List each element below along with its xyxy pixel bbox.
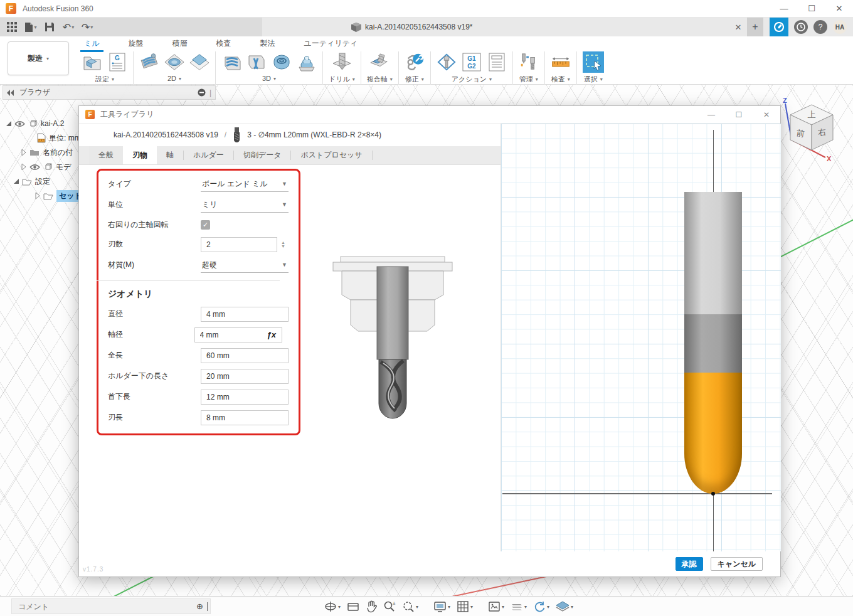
measure-icon[interactable] xyxy=(551,52,571,72)
undo-button[interactable]: ↶▾ xyxy=(60,19,77,35)
eye-icon[interactable] xyxy=(14,120,25,127)
comment-input[interactable] xyxy=(12,602,196,611)
tab-utilities[interactable]: ユーティリティ xyxy=(300,37,362,50)
tab-close-icon[interactable]: ✕ xyxy=(729,23,747,32)
minimize-icon[interactable]: — xyxy=(770,0,798,17)
2d-pocket-icon[interactable] xyxy=(164,52,184,72)
group-select-label[interactable]: 選択▾ xyxy=(584,75,603,84)
user-avatar[interactable]: HA xyxy=(833,20,847,34)
collapsed-arrow-icon[interactable] xyxy=(21,149,26,156)
viewports-button[interactable]: ▾ xyxy=(487,601,506,612)
tree-item-setup[interactable]: セット xyxy=(35,189,85,202)
dialog-titlebar[interactable]: F 工具ライブラリ — ☐ ✕ xyxy=(79,106,780,124)
orbit-button[interactable]: ▾ xyxy=(323,600,342,613)
file-menu-button[interactable]: ▾ xyxy=(23,19,39,35)
3d-adaptive-icon[interactable] xyxy=(221,52,241,72)
dialog-3d-viewport[interactable]: 1 mm xyxy=(501,124,781,551)
drill-icon[interactable] xyxy=(332,52,352,72)
material-dropdown[interactable]: 超硬▼ xyxy=(201,258,289,273)
add-comment-icon[interactable]: ⊕ xyxy=(196,602,203,611)
new-tab-button[interactable]: + xyxy=(747,18,763,36)
fx-expression-icon[interactable]: ƒx xyxy=(267,330,276,339)
save-button[interactable] xyxy=(41,19,58,35)
redo-button[interactable]: ↷▾ xyxy=(79,19,95,35)
3d-pocket-icon[interactable] xyxy=(246,52,267,72)
group-modify-label[interactable]: 修正▾ xyxy=(405,75,424,84)
document-tab[interactable]: kai-A.20140205162443508 v19* xyxy=(351,18,472,36)
pan-button[interactable] xyxy=(364,600,378,613)
group-manage-label[interactable]: 管理▾ xyxy=(519,75,538,84)
eye-icon[interactable] xyxy=(29,164,40,171)
tab-turning[interactable]: 旋盤 xyxy=(125,37,147,50)
window-zoom-button[interactable]: ▾ xyxy=(401,600,420,613)
tab-general[interactable]: 全般 xyxy=(89,146,123,164)
tab-additive[interactable]: 積層 xyxy=(169,37,191,50)
tree-item-named-views[interactable]: 名前の付 xyxy=(21,146,73,159)
setup-sheet-icon[interactable] xyxy=(487,52,507,72)
remove-filter-icon[interactable] xyxy=(198,88,206,97)
group-3d-label[interactable]: 3D▾ xyxy=(262,75,276,82)
group-inspect-label[interactable]: 検査▾ xyxy=(551,75,570,84)
dialog-maximize-icon[interactable]: ☐ xyxy=(725,107,753,123)
appearance-button[interactable]: ▾ xyxy=(554,601,575,612)
zoom-button[interactable]: ± xyxy=(382,600,397,613)
tab-inspection[interactable]: 検査 xyxy=(213,37,235,50)
tab-holder[interactable]: ホルダー xyxy=(184,146,233,164)
dialog-minimize-icon[interactable]: — xyxy=(697,107,725,123)
collapse-panel-icon[interactable] xyxy=(7,90,14,96)
length-below-holder-input[interactable] xyxy=(201,369,289,384)
group-drill-label[interactable]: ドリル▾ xyxy=(329,75,355,84)
tool-library-icon[interactable] xyxy=(519,52,539,72)
3d-scallop-icon[interactable] xyxy=(272,52,292,72)
job-status-button[interactable] xyxy=(770,18,788,36)
panel-grip-icon[interactable]: | xyxy=(209,88,211,97)
modify-icon[interactable] xyxy=(405,52,425,72)
shoulder-length-input[interactable] xyxy=(201,390,289,405)
group-actions-label[interactable]: アクション▾ xyxy=(452,75,492,84)
flute-length-input[interactable] xyxy=(201,410,289,425)
group-setup-label[interactable]: 設定▾ xyxy=(95,75,114,84)
group-multiaxis-label[interactable]: 複合軸▾ xyxy=(367,75,393,84)
dialog-close-icon[interactable]: ✕ xyxy=(753,107,780,123)
cancel-button[interactable]: キャンセル xyxy=(711,557,763,571)
app-grid-icon[interactable] xyxy=(4,19,20,35)
select-tool-button[interactable] xyxy=(583,51,604,73)
grid-snaps-button[interactable]: ▾ xyxy=(455,600,474,613)
unit-dropdown[interactable]: ミリ▼ xyxy=(201,198,289,213)
close-icon[interactable]: ✕ xyxy=(825,0,853,17)
help-button[interactable]: ? xyxy=(813,20,827,34)
expanded-arrow-icon[interactable] xyxy=(14,179,19,184)
clockwise-spindle-checkbox[interactable]: ✓ xyxy=(201,220,210,230)
look-at-button[interactable] xyxy=(346,601,361,612)
collapsed-arrow-icon[interactable] xyxy=(35,192,40,199)
accept-button[interactable]: 承認 xyxy=(676,557,703,571)
g-code-doc-icon[interactable]: G xyxy=(107,52,127,72)
g1g2-icon[interactable]: G1G2 xyxy=(462,52,482,72)
new-setup-icon[interactable] xyxy=(82,52,102,72)
workspace-selector[interactable]: 製造 ▾ xyxy=(8,41,69,75)
3d-spiral-icon[interactable] xyxy=(297,52,317,72)
type-dropdown[interactable]: ボール エンド ミル▼ xyxy=(201,177,289,192)
tab-fabrication[interactable]: 製法 xyxy=(257,37,279,50)
breadcrumb-document[interactable]: kai-A.20140205162443508 v19 xyxy=(114,130,218,139)
viewcube[interactable]: Z X 上 前 右 xyxy=(780,97,843,166)
tab-cutter[interactable]: 刃物 xyxy=(123,146,157,164)
comment-bar[interactable]: ⊕ xyxy=(11,598,211,614)
group-2d-label[interactable]: 2D▾ xyxy=(167,75,181,82)
notifications-clock-button[interactable] xyxy=(794,20,808,34)
browser-header[interactable]: ブラウザ | xyxy=(3,85,216,100)
stepper-arrows[interactable]: ▲▼ xyxy=(281,241,285,248)
tree-item-document[interactable]: kai-A.2 xyxy=(6,117,64,130)
expanded-arrow-icon[interactable] xyxy=(6,121,11,126)
post-process-icon[interactable] xyxy=(437,52,457,72)
2d-face-icon[interactable] xyxy=(189,52,209,72)
tree-item-units[interactable]: 単位: mm xyxy=(37,132,81,144)
tree-item-settings[interactable]: 設定 xyxy=(14,175,50,188)
tree-item-models[interactable]: モデ xyxy=(21,161,72,173)
tab-cutting-data[interactable]: 切削データ xyxy=(234,146,291,164)
display-settings-button[interactable]: ▾ xyxy=(432,601,452,613)
collapsed-arrow-icon[interactable] xyxy=(21,163,26,171)
2d-adaptive-icon[interactable] xyxy=(139,52,159,72)
diameter-input[interactable] xyxy=(201,307,289,322)
tab-mill[interactable]: ミル xyxy=(80,37,103,50)
